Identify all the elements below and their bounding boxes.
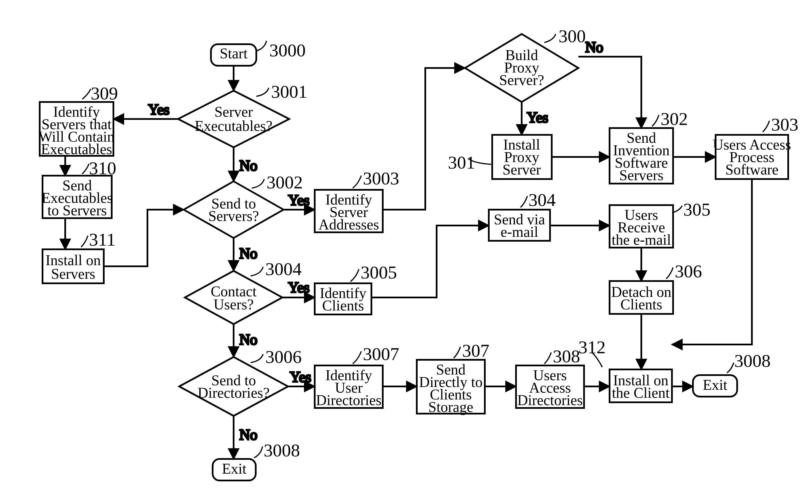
- ref-307: 307: [462, 341, 489, 361]
- edge-3005-304: [371, 226, 489, 297]
- svg-text:Clients: Clients: [620, 296, 662, 312]
- node-start: Start 3000: [211, 40, 306, 66]
- svg-text:Directories?: Directories?: [197, 385, 270, 401]
- edge-label-yes-3002: Yes: [288, 192, 310, 208]
- ref-3001: 3001: [271, 82, 307, 102]
- svg-text:Server: Server: [502, 161, 541, 178]
- node-send-via-email: Send via e-mail 304: [489, 190, 556, 241]
- edge-label-yes-3006: Yes: [290, 369, 311, 385]
- ref-304: 304: [528, 190, 556, 210]
- svg-text:Addresses: Addresses: [318, 216, 379, 233]
- ref-3000: 3000: [269, 40, 306, 60]
- node-exit-right: Exit 3008: [693, 351, 771, 397]
- edge-label-no-3002: No: [239, 245, 258, 261]
- svg-text:Servers: Servers: [51, 266, 95, 282]
- edge-label-yes-300: Yes: [527, 109, 548, 126]
- svg-text:Storage: Storage: [428, 399, 473, 415]
- node-exit-bottom: Exit 3008: [213, 440, 300, 480]
- edge-label-no-3001: No: [239, 158, 258, 174]
- svg-text:Directories: Directories: [316, 392, 381, 408]
- edge-300-302: [578, 57, 641, 128]
- node-contact-users: Contact Users? 3004: [185, 259, 302, 324]
- svg-text:Users?: Users?: [214, 296, 254, 312]
- ref-308: 308: [553, 346, 580, 366]
- ref-301: 301: [448, 152, 475, 173]
- svg-text:Servers?: Servers?: [208, 208, 259, 224]
- svg-text:Clients: Clients: [322, 297, 364, 314]
- svg-text:the Client: the Client: [612, 385, 670, 401]
- edge-311-3002: [104, 210, 184, 266]
- node-install-on-servers: Install on Servers 311: [42, 229, 116, 283]
- svg-text:Exit: Exit: [222, 461, 247, 477]
- node-server-executables: Server Executables? 3001: [178, 82, 307, 147]
- svg-text:to Servers: to Servers: [47, 202, 107, 218]
- node-send-to-servers: Send to Servers? 3002: [184, 172, 303, 238]
- node-send-directly-clients-storage: Send Directly to Clients Storage 307: [417, 341, 489, 415]
- ref-312: 312: [578, 337, 605, 357]
- ref-302: 302: [661, 109, 688, 129]
- ref-3005: 3005: [361, 262, 397, 282]
- edge-label-yes-3001: Yes: [148, 101, 169, 118]
- label-start: Start: [220, 45, 248, 61]
- ref-303: 303: [771, 114, 798, 135]
- node-install-proxy-server: Install Proxy Server 301: [448, 135, 552, 179]
- ref-310: 310: [89, 158, 116, 178]
- node-identify-servers-executables: Identify Servers that Will Contain Execu…: [39, 83, 118, 157]
- node-identify-user-directories: Identify User Directories 3007: [315, 344, 399, 408]
- edge-3003-300: [383, 68, 465, 210]
- ref-311: 311: [89, 229, 116, 250]
- node-identify-clients: Identify Clients 3005: [315, 262, 397, 314]
- edge-label-no-3004: No: [239, 331, 258, 348]
- node-detach-on-clients: Detach on Clients 306: [610, 261, 702, 314]
- edge-label-no-3006: No: [239, 427, 258, 443]
- edge-label-yes-3004: Yes: [288, 279, 310, 295]
- svg-text:Executables?: Executables?: [195, 118, 273, 134]
- svg-text:Executables: Executables: [41, 141, 112, 157]
- node-send-to-directories: Send to Directories? 3006: [179, 347, 302, 416]
- ref-3007: 3007: [363, 344, 399, 364]
- ref-309: 309: [91, 83, 118, 103]
- svg-text:Servers: Servers: [619, 167, 664, 183]
- flowchart-canvas: Start 3000 Server Executables? 3001 Iden…: [0, 0, 812, 504]
- svg-text:Server: Server: [214, 104, 253, 120]
- node-users-access-directories: Users Access Directories 308: [516, 346, 584, 408]
- svg-text:e-mail: e-mail: [501, 224, 538, 240]
- ref-3002: 3002: [267, 172, 303, 192]
- ref-3008a: 3008: [264, 440, 300, 460]
- ref-3004: 3004: [265, 259, 302, 279]
- edge-label-no-300: No: [585, 39, 603, 55]
- ref-3003: 3003: [363, 168, 399, 188]
- node-identify-server-addresses: Identify Server Addresses 3003: [315, 168, 399, 233]
- svg-text:Directories: Directories: [517, 392, 582, 408]
- svg-text:Software: Software: [725, 161, 779, 178]
- ref-306: 306: [675, 261, 702, 281]
- ref-3008b: 3008: [734, 351, 771, 371]
- ref-305: 305: [683, 199, 711, 220]
- node-build-proxy-server: Build Proxy Server? 300: [465, 26, 586, 102]
- node-install-on-client: Install on the Client 312: [578, 337, 672, 402]
- ref-300: 300: [558, 26, 586, 46]
- ref-3006: 3006: [265, 347, 302, 367]
- node-send-invention-software-servers: Send Invention Software Servers 302: [610, 109, 688, 184]
- svg-text:Server?: Server?: [499, 72, 544, 88]
- svg-text:the e-mail: the e-mail: [612, 232, 671, 248]
- node-send-executables: Send Executables to Servers 310: [41, 158, 116, 218]
- svg-text:Exit: Exit: [703, 377, 728, 393]
- node-users-receive-email: Users Receive the e-mail 305: [610, 199, 711, 248]
- node-users-access-process-software: Users Access Process Software 303: [713, 114, 798, 179]
